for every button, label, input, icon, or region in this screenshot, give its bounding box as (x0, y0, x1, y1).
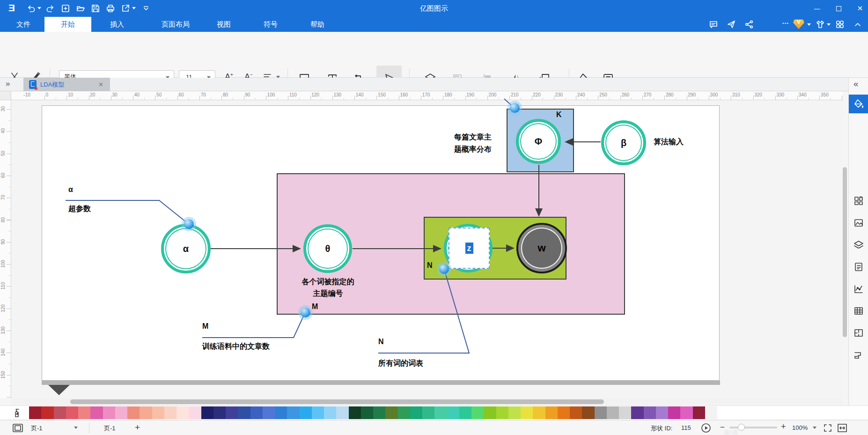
zoom-in-button[interactable]: + (781, 422, 786, 432)
zoom-slider-thumb[interactable] (738, 424, 745, 431)
color-swatch[interactable] (250, 406, 263, 419)
color-swatch[interactable] (680, 406, 692, 419)
color-swatch[interactable] (582, 406, 594, 419)
sidebar-item-table[interactable] (853, 306, 864, 316)
callout-alpha-text[interactable]: 超参数 (68, 204, 91, 214)
color-swatch[interactable] (263, 406, 275, 419)
zoom-slider-track[interactable] (729, 427, 777, 428)
color-swatch[interactable] (54, 406, 66, 419)
color-swatch[interactable] (631, 406, 643, 419)
color-swatch[interactable] (521, 406, 533, 419)
theta-description[interactable]: 各个词被指定的 主题编号 (294, 276, 362, 299)
zoom-level-value[interactable]: 100% (792, 424, 808, 431)
color-swatch[interactable] (238, 406, 250, 419)
window-minimize-button[interactable]: — (811, 2, 823, 15)
page-selector-caret[interactable] (74, 427, 78, 429)
node-phi[interactable]: Φ (516, 119, 561, 164)
color-swatch[interactable] (226, 406, 238, 419)
color-swatch[interactable] (177, 406, 189, 419)
color-swatch[interactable] (434, 406, 447, 419)
color-swatch[interactable] (656, 406, 668, 419)
plate-m-label[interactable]: M (312, 302, 318, 311)
vertical-scrollbar-thumb[interactable] (843, 167, 847, 337)
plate-k-label[interactable]: K (556, 111, 562, 119)
share-network-icon[interactable] (743, 19, 755, 30)
color-swatch[interactable] (693, 406, 705, 419)
menu-item-file[interactable]: 文件 (8, 17, 38, 32)
horizontal-scrollbar-thumb[interactable] (70, 399, 604, 404)
color-swatch[interactable] (127, 406, 140, 419)
fullscreen-icon[interactable] (823, 423, 832, 434)
more-options-icon[interactable]: … (782, 17, 789, 25)
horizontal-scrollbar[interactable] (11, 398, 842, 405)
color-swatch[interactable] (29, 406, 41, 419)
sidebar-item-layers[interactable] (853, 240, 864, 250)
color-swatch[interactable] (607, 406, 619, 419)
collapse-sidebar-icon[interactable]: « (853, 79, 859, 89)
color-swatch[interactable] (152, 406, 164, 419)
connection-handle-k[interactable] (510, 103, 520, 113)
node-w[interactable]: w (516, 223, 567, 273)
color-swatch[interactable] (533, 406, 545, 419)
node-z-text-edit-box[interactable]: z (449, 228, 490, 269)
color-swatch[interactable] (422, 406, 434, 419)
sidebar-item-notes[interactable] (853, 262, 864, 272)
color-swatch[interactable] (140, 406, 152, 419)
callout-alpha-title[interactable]: α (68, 185, 73, 194)
color-swatch[interactable] (447, 406, 459, 419)
node-theta[interactable]: θ (303, 224, 352, 273)
sidebar-item-connector-style[interactable] (853, 350, 864, 360)
color-swatch[interactable] (103, 406, 115, 419)
theme-shirt-icon[interactable] (815, 19, 826, 30)
connection-handle-alpha[interactable] (184, 219, 194, 229)
sidebar-item-symbol-library[interactable] (853, 196, 864, 206)
color-swatch[interactable] (668, 406, 680, 419)
color-swatch[interactable] (66, 406, 78, 419)
theme-dropdown-caret[interactable] (827, 23, 831, 26)
feedback-icon[interactable] (708, 19, 719, 30)
color-swatch[interactable] (410, 406, 422, 419)
node-alpha[interactable]: α (161, 224, 211, 273)
color-swatch[interactable] (164, 406, 177, 419)
color-swatch[interactable] (496, 406, 508, 419)
node-beta[interactable]: β (601, 120, 646, 165)
plate-n-label[interactable]: N (427, 261, 433, 270)
connection-handle-m[interactable] (301, 308, 310, 317)
color-swatch[interactable] (349, 406, 361, 419)
apps-grid-icon[interactable] (834, 19, 846, 30)
sidebar-item-fill-style[interactable] (849, 95, 868, 113)
menu-item-page-layout[interactable]: 页面布局 (147, 17, 204, 32)
add-page-button[interactable]: + (135, 422, 140, 433)
fit-to-window-icon[interactable] (837, 423, 847, 434)
color-swatch[interactable] (398, 406, 410, 419)
connection-handle-n[interactable] (439, 264, 449, 274)
tab-close-icon[interactable]: ✕ (98, 81, 103, 88)
color-swatch[interactable] (558, 406, 570, 419)
color-swatch[interactable] (619, 406, 631, 419)
page-view-icon[interactable] (12, 423, 23, 434)
color-swatch[interactable] (595, 406, 607, 419)
vip-badge-icon[interactable]: V (793, 19, 804, 29)
ink-bottle-icon[interactable] (11, 407, 23, 419)
color-swatch[interactable] (300, 406, 312, 419)
vip-dropdown-caret[interactable] (807, 23, 811, 26)
color-swatch[interactable] (287, 406, 299, 419)
sidebar-item-floorplan[interactable] (853, 328, 864, 338)
color-swatch[interactable] (545, 406, 558, 419)
presentation-play-button[interactable] (701, 423, 711, 435)
menu-item-help[interactable]: 帮助 (299, 17, 336, 32)
phi-description[interactable]: 每篇文章主 题概率分布 (445, 131, 501, 155)
color-swatch[interactable] (115, 406, 127, 419)
sidebar-item-chart[interactable] (853, 284, 864, 294)
menu-item-symbols[interactable]: 符号 (252, 17, 289, 32)
color-swatch[interactable] (336, 406, 348, 419)
callout-m-text[interactable]: 训练语料中的文章数 (202, 342, 270, 352)
color-swatch[interactable] (644, 406, 656, 419)
page-selector[interactable]: 页-1 (31, 424, 43, 433)
color-swatch[interactable] (471, 406, 484, 419)
sidebar-item-image[interactable] (853, 218, 864, 228)
color-swatch[interactable] (90, 406, 103, 419)
color-swatch[interactable] (484, 406, 496, 419)
menu-item-home[interactable]: 开始 (44, 17, 91, 32)
zoom-out-button[interactable]: − (720, 423, 725, 432)
